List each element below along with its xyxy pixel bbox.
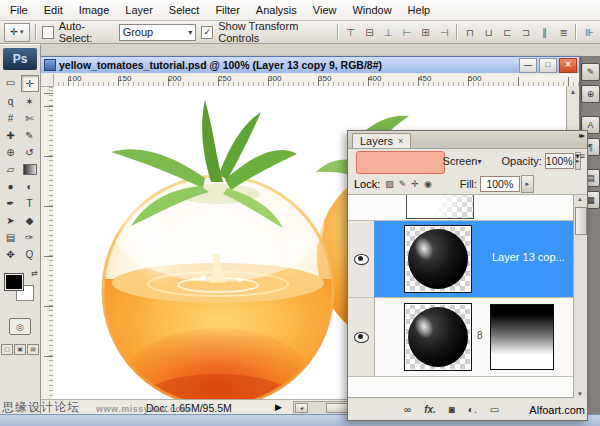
- current-tool-button[interactable]: ✛ ▾: [4, 23, 30, 42]
- show-transform-controls-checkbox[interactable]: ✓: [201, 26, 213, 39]
- blur-tool-icon[interactable]: ●: [2, 179, 20, 194]
- close-button[interactable]: ✕: [559, 58, 577, 73]
- scrollbar-thumb[interactable]: [575, 207, 587, 235]
- menu-window[interactable]: Window: [344, 0, 399, 20]
- brushes-panel-icon[interactable]: ✎: [581, 63, 600, 81]
- layer-row-partial[interactable]: [348, 195, 587, 221]
- zoom-tool-icon[interactable]: Q: [21, 247, 39, 262]
- crop-tool-icon[interactable]: #: [2, 111, 20, 126]
- menu-layer[interactable]: Layer: [117, 0, 161, 20]
- swap-colors-icon[interactable]: ⇄: [31, 269, 38, 278]
- layer-mask-thumbnail[interactable]: [490, 304, 554, 370]
- mask-link-icon[interactable]: 8: [477, 330, 483, 341]
- layers-panel-header[interactable]: Layers × ▸▸: [348, 131, 587, 149]
- opacity-field[interactable]: 100%: [545, 153, 574, 169]
- slice-tool-icon[interactable]: ✄: [21, 111, 39, 126]
- align-vertical-centers-icon[interactable]: ⊟: [362, 25, 376, 40]
- eyedropper-tool-icon[interactable]: ✑: [21, 230, 39, 245]
- clone-stamp-tool-icon[interactable]: ⊕: [2, 145, 20, 160]
- layer-name[interactable]: Layer 13 cop...: [492, 251, 565, 263]
- auto-align-layers-icon[interactable]: ⊪: [582, 25, 596, 40]
- dodge-tool-icon[interactable]: ◐: [21, 179, 39, 194]
- history-brush-tool-icon[interactable]: ↺: [21, 145, 39, 160]
- auto-select-group-dropdown[interactable]: Group ▾: [119, 24, 197, 41]
- auto-select-checkbox[interactable]: [42, 26, 54, 39]
- distribute-right-edges-icon[interactable]: ≣: [557, 25, 571, 40]
- align-top-edges-icon[interactable]: ⊤: [344, 25, 358, 40]
- full-screen-mode-button[interactable]: ▤: [27, 344, 39, 355]
- status-menu-arrow-icon[interactable]: ▶: [275, 402, 282, 412]
- full-screen-menubar-mode-button[interactable]: ▣: [14, 344, 26, 355]
- layers-scrollbar[interactable]: ▲ ▼: [573, 195, 587, 398]
- path-selection-tool-icon[interactable]: ➤: [2, 213, 20, 228]
- distribute-top-edges-icon[interactable]: ⊓: [463, 25, 477, 40]
- align-horizontal-centers-icon[interactable]: ⊞: [419, 25, 433, 40]
- layers-tab[interactable]: Layers ×: [352, 133, 411, 148]
- layer-style-icon[interactable]: fx.: [424, 404, 436, 415]
- align-left-edges-icon[interactable]: ⊢: [400, 25, 414, 40]
- layer-row-selected[interactable]: Layer 13 cop...: [348, 221, 587, 298]
- add-layer-mask-icon[interactable]: ◙: [449, 404, 455, 415]
- quick-mask-button[interactable]: ◎: [9, 318, 31, 335]
- lock-image-icon[interactable]: ✎: [399, 179, 407, 189]
- scroll-down-icon[interactable]: ▼: [574, 391, 586, 397]
- tab-close-icon[interactable]: ×: [398, 136, 403, 146]
- eye-icon[interactable]: [354, 254, 369, 265]
- document-title-bar[interactable]: yellow_tomatoes_tutorial.psd @ 100% (Lay…: [41, 57, 579, 73]
- menu-edit[interactable]: Edit: [36, 0, 71, 20]
- magic-wand-tool-icon[interactable]: ✶: [21, 94, 39, 109]
- layer-row-body[interactable]: Layer 13 cop...: [374, 221, 574, 297]
- layer-thumbnail[interactable]: [406, 195, 474, 219]
- minimize-button[interactable]: —: [519, 58, 537, 73]
- menu-view[interactable]: View: [305, 0, 345, 20]
- lock-transparency-icon[interactable]: ▨: [385, 179, 394, 189]
- lasso-tool-icon[interactable]: ɋ: [2, 94, 20, 109]
- custom-shape-tool-icon[interactable]: ◆: [21, 213, 39, 228]
- rectangular-marquee-tool-icon[interactable]: ▭: [2, 75, 20, 90]
- menu-filter[interactable]: Filter: [207, 0, 247, 20]
- hand-tool-icon[interactable]: ✥: [2, 247, 20, 262]
- panel-menu-icon[interactable]: ▾≡: [575, 151, 585, 161]
- foreground-color-swatch[interactable]: [5, 274, 23, 290]
- menu-image[interactable]: Image: [71, 0, 118, 20]
- collapse-dock-icon[interactable]: ▸▸: [579, 131, 583, 140]
- layer-row[interactable]: 8: [348, 298, 587, 377]
- layer-thumbnail[interactable]: [404, 303, 472, 371]
- lock-position-icon[interactable]: ✛: [411, 179, 419, 189]
- scroll-left-icon[interactable]: ◂: [295, 403, 308, 413]
- eye-icon[interactable]: [354, 332, 369, 343]
- distribute-bottom-edges-icon[interactable]: ⊏: [501, 25, 515, 40]
- menu-file[interactable]: File: [2, 0, 36, 20]
- align-bottom-edges-icon[interactable]: ⊥: [381, 25, 395, 40]
- spot-healing-brush-tool-icon[interactable]: ✚: [2, 128, 20, 143]
- blend-mode-dropdown[interactable]: Screen ▾: [443, 155, 496, 167]
- adjustment-layer-icon[interactable]: ◐.: [468, 404, 477, 415]
- type-tool-icon[interactable]: T: [21, 196, 39, 211]
- menu-select[interactable]: Select: [161, 0, 208, 20]
- scroll-up-icon[interactable]: ▲: [574, 196, 586, 202]
- menu-help[interactable]: Help: [400, 0, 439, 20]
- layer-thumbnail[interactable]: [404, 225, 472, 293]
- vertical-scrollbar[interactable]: ▲: [566, 86, 579, 134]
- standard-screen-mode-button[interactable]: ▢: [1, 344, 13, 355]
- brush-tool-icon[interactable]: ✎: [21, 128, 39, 143]
- lock-all-icon[interactable]: ◉: [424, 179, 432, 189]
- visibility-cell[interactable]: [348, 298, 375, 376]
- distribute-horizontal-centers-icon[interactable]: ∥: [538, 25, 552, 40]
- move-tool-icon[interactable]: ✛: [21, 75, 39, 92]
- scroll-up-icon[interactable]: ▲: [570, 88, 577, 95]
- distribute-vertical-centers-icon[interactable]: ⊔: [482, 25, 496, 40]
- clone-source-panel-icon[interactable]: ⊕: [581, 85, 600, 103]
- menu-analysis[interactable]: Analysis: [248, 0, 305, 20]
- eraser-tool-icon[interactable]: ▱: [2, 162, 20, 177]
- notes-tool-icon[interactable]: ▤: [2, 230, 20, 245]
- fill-spinner-icon[interactable]: ▸: [521, 175, 534, 193]
- new-layer-icon[interactable]: ▭: [490, 404, 499, 415]
- visibility-cell[interactable]: [348, 221, 375, 297]
- fill-field[interactable]: 100%: [480, 176, 520, 192]
- pen-tool-icon[interactable]: ✒: [2, 196, 20, 211]
- distribute-left-edges-icon[interactable]: ⊐: [519, 25, 533, 40]
- align-right-edges-icon[interactable]: ⊣: [437, 25, 451, 40]
- gradient-tool-icon[interactable]: [23, 164, 37, 175]
- link-layers-icon[interactable]: ∞: [404, 404, 411, 415]
